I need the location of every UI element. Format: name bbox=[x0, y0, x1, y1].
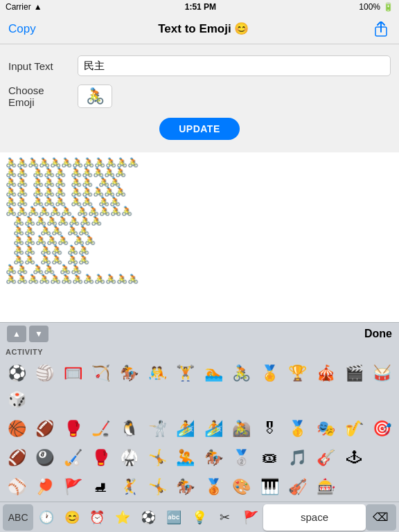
emoji-key[interactable]: 🥅 bbox=[59, 360, 87, 387]
emoji-key[interactable]: 🤼 bbox=[143, 360, 172, 387]
emoji-key[interactable]: 🎯 bbox=[368, 416, 396, 442]
wifi-icon: ▲ bbox=[34, 2, 42, 12]
emoji-key[interactable]: 🏐 bbox=[31, 360, 60, 387]
status-right: 100% 🔋 bbox=[359, 2, 393, 12]
emoji-art-line: 🚴🚴 🚴🚴🚴 🚴🚴 🚴🚴 bbox=[6, 197, 393, 206]
emoji-key[interactable]: 🚴 bbox=[228, 360, 256, 387]
nav-bar: Copy Text to Emoji 😊 bbox=[0, 14, 399, 44]
arrow-up-button[interactable]: ▲ bbox=[7, 326, 26, 342]
emoji-key[interactable]: 🏇 bbox=[171, 474, 200, 500]
emoji-key[interactable]: 🎬 bbox=[340, 360, 369, 387]
choose-emoji-row: Choose Emoji 🚴 bbox=[0, 80, 399, 112]
emoji-key[interactable]: 🥉 bbox=[200, 474, 228, 500]
arrow-down-button[interactable]: ▼ bbox=[29, 326, 48, 342]
emoji-key[interactable]: 🏊 bbox=[200, 360, 228, 387]
emoji-key[interactable]: 🎸 bbox=[312, 445, 340, 471]
emoji-art-line: 🚴🚴 🚴🚴🚴 🚴🚴🚴🚴🚴 bbox=[6, 168, 393, 177]
emoji-key[interactable]: 🏇 bbox=[200, 445, 228, 471]
emoji-key[interactable]: 🎟 bbox=[256, 445, 284, 471]
emoji-grid-row3: 🏈🎱🏑🥊🥋🤸🤽🏇🥈🎟🎵🎸🕹 bbox=[0, 443, 399, 472]
delete-button[interactable]: ⌫ bbox=[366, 504, 396, 531]
emoji-grid-row1: ⚽🏐🥅🏹🏇🤼🏋🏊🚴🏅🏆🎪🎬🥁🎲 bbox=[0, 359, 399, 414]
emoji-key[interactable]: 🏈 bbox=[31, 416, 60, 442]
emoji-key[interactable]: 🎱 bbox=[31, 445, 60, 471]
emoji-key[interactable]: 🥈 bbox=[228, 445, 256, 471]
battery-label: 100% bbox=[359, 2, 380, 12]
input-text-row: Input Text bbox=[0, 51, 399, 80]
objects-icon-button[interactable]: ✂ bbox=[213, 504, 238, 531]
clock-icon-button[interactable]: 🕐 bbox=[33, 504, 59, 531]
emoji-key[interactable]: 🏄 bbox=[200, 416, 228, 442]
emoji-key[interactable]: 🏓 bbox=[31, 474, 60, 500]
status-left: Carrier ▲ bbox=[6, 2, 42, 12]
emoji-key[interactable]: 🏇 bbox=[115, 360, 143, 387]
emoji-art-line: 🚴🚴 🚴🚴 🚴🚴 bbox=[6, 255, 393, 265]
emoji-key[interactable]: 🏋 bbox=[171, 360, 200, 387]
emoji-key[interactable]: ⚾ bbox=[3, 474, 31, 500]
emoji-key[interactable]: 🎷 bbox=[340, 416, 369, 442]
emoji-key[interactable]: 🎖 bbox=[256, 416, 284, 442]
emoji-key[interactable]: 🏅 bbox=[256, 360, 284, 387]
smiley-icon-button[interactable]: 😊 bbox=[59, 504, 85, 531]
emoji-key[interactable]: 🎭 bbox=[312, 416, 340, 442]
space-button[interactable]: space bbox=[263, 504, 366, 531]
emoji-art-line: 🚴🚴 🚴🚴 🚴🚴 bbox=[6, 265, 393, 274]
emoji-key[interactable]: 🐧 bbox=[115, 416, 143, 442]
emoji-key[interactable]: 🕹 bbox=[340, 445, 369, 471]
emoji-key[interactable]: 🏆 bbox=[284, 360, 312, 387]
emoji-key[interactable]: 🏹 bbox=[87, 360, 116, 387]
emoji-key[interactable]: 🎨 bbox=[228, 474, 256, 500]
status-time: 1:51 PM bbox=[185, 2, 216, 12]
keyboard-arrows: ▲ ▼ bbox=[7, 326, 48, 342]
emoji-key[interactable]: 🎵 bbox=[284, 445, 312, 471]
keyboard-area: ▲ ▼ Done ACTIVITY ⚽🏐🥅🏹🏇🤼🏋🏊🚴🏅🏆🎪🎬🥁🎲 🏀🏈🥊🏒🐧🤺… bbox=[0, 322, 399, 532]
emoji-key[interactable]: 🎰 bbox=[312, 474, 340, 500]
emoji-key[interactable]: 🤽 bbox=[171, 445, 200, 471]
emoji-key[interactable]: 🥋 bbox=[115, 445, 143, 471]
emoji-art-line: 🚴🚴🚴🚴🚴🚴🚴🚴 bbox=[6, 216, 393, 226]
emoji-grid-row2: 🏀🏈🥊🏒🐧🤺🏄🏄🚵🎖🥇🎭🎷🎯 bbox=[0, 414, 399, 443]
emoji-key[interactable]: 🤺 bbox=[143, 416, 172, 442]
sport-icon-button[interactable]: ⚽ bbox=[136, 504, 161, 531]
emoji-art-line: 🚴🚴 🚴🚴 🚴🚴 bbox=[6, 226, 393, 236]
emoji-key[interactable]: 🏄 bbox=[171, 416, 200, 442]
battery-icon: 🔋 bbox=[383, 2, 393, 12]
update-button[interactable]: UPDATE bbox=[159, 118, 240, 140]
emoji-art-line: 🚴🚴🚴🚴🚴🚴🚴🚴🚴🚴🚴🚴 bbox=[6, 158, 393, 168]
emoji-key[interactable]: 🎲 bbox=[3, 387, 31, 413]
emoji-key[interactable]: 🏀 bbox=[3, 416, 31, 442]
text-icon-button[interactable]: 🔤 bbox=[161, 504, 187, 531]
emoji-key[interactable]: 🎻 bbox=[284, 474, 312, 500]
emoji-key[interactable]: 🥊 bbox=[59, 416, 87, 442]
nav-title: Text to Emoji 😊 bbox=[158, 21, 249, 36]
emoji-key[interactable]: 🤸 bbox=[143, 474, 172, 500]
emoji-key[interactable]: 🎹 bbox=[256, 474, 284, 500]
emoji-key[interactable]: 🥁 bbox=[368, 360, 396, 387]
emoji-key[interactable]: 🥇 bbox=[284, 416, 312, 442]
alarm-icon-button[interactable]: ⏰ bbox=[85, 504, 110, 531]
flag-icon-button[interactable]: 🚩 bbox=[238, 504, 263, 531]
emoji-key[interactable]: 🤾 bbox=[115, 474, 143, 500]
emoji-key[interactable]: 🥊 bbox=[87, 445, 116, 471]
emoji-key[interactable]: ⛸ bbox=[87, 474, 116, 500]
emoji-key[interactable]: 🏈 bbox=[3, 445, 31, 471]
emoji-key[interactable]: 🤸 bbox=[143, 445, 172, 471]
emoji-art-line: 🚴🚴🚴🚴🚴🚴🚴🚴🚴🚴🚴🚴 bbox=[6, 274, 393, 284]
emoji-key[interactable]: 🚩 bbox=[59, 474, 87, 500]
light-icon-button[interactable]: 💡 bbox=[187, 504, 213, 531]
emoji-preview[interactable]: 🚴 bbox=[78, 85, 112, 108]
emoji-key[interactable]: 🎪 bbox=[312, 360, 340, 387]
emoji-key[interactable]: 🚵 bbox=[228, 416, 256, 442]
emoji-art-line: 🚴🚴🚴🚴🚴 🚴🚴 bbox=[6, 236, 393, 245]
emoji-art-line: 🚴🚴🚴🚴🚴🚴 🚴🚴🚴🚴🚴 bbox=[6, 206, 393, 216]
abc-button[interactable]: ABC bbox=[3, 504, 33, 531]
emoji-key[interactable]: ⚽ bbox=[3, 360, 31, 387]
emoji-key[interactable]: 🏒 bbox=[87, 416, 116, 442]
done-button[interactable]: Done bbox=[364, 328, 392, 340]
input-text-field[interactable] bbox=[78, 55, 391, 76]
emoji-key[interactable]: 🏑 bbox=[59, 445, 87, 471]
flower-icon-button[interactable]: ⭐ bbox=[110, 504, 136, 531]
emoji-art-line: 🚴🚴 🚴🚴🚴 🚴🚴 🚴🚴 bbox=[6, 177, 393, 187]
share-button[interactable] bbox=[371, 19, 391, 39]
copy-button[interactable]: Copy bbox=[8, 22, 36, 36]
